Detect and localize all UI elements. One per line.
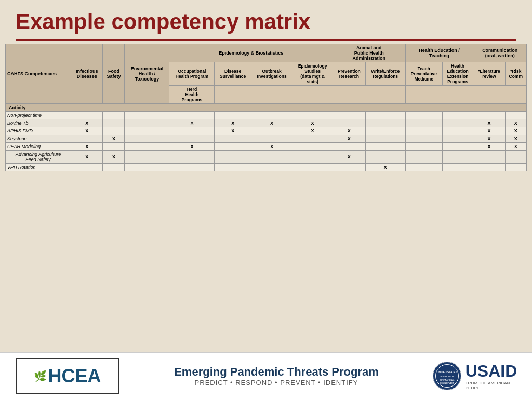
table-row: Advancing AgricultureFeed Safety X X X [6, 151, 527, 164]
svg-text:INTERNATIONAL: INTERNATIONAL [440, 379, 455, 381]
cell [292, 135, 333, 143]
cell: X [215, 127, 251, 135]
program-subtitle: PREDICT • RESPOND • PREVENT • IDENTIFY [130, 379, 423, 387]
col-herd-health: HerdHealthPrograms [169, 86, 215, 104]
cell [332, 119, 365, 127]
table-row: CEAH Modeling X X X X X [6, 143, 527, 151]
cell [251, 127, 292, 135]
page: Example competency matrix CAHFS Competen… [0, 0, 532, 399]
cell [442, 127, 473, 135]
cell [332, 112, 365, 119]
cell [405, 112, 442, 119]
cell [365, 119, 405, 127]
cell [292, 112, 333, 119]
svg-text:DEVELOPMENT: DEVELOPMENT [440, 382, 455, 384]
table-row: Keystone X X X X [6, 135, 527, 143]
cell: X [292, 127, 333, 135]
usaid-seal-icon: UNITED STATES AGENCY FOR INTERNATIONAL D… [433, 362, 461, 390]
cell [505, 112, 526, 119]
col-outbreak-header: OutbreakInvestigations [251, 62, 292, 86]
cell: X [71, 151, 103, 164]
cell [365, 143, 405, 151]
cell: X [505, 135, 526, 143]
activity-name: APHIS FMD [6, 127, 71, 135]
cell [405, 143, 442, 151]
cell [473, 164, 505, 171]
usaid-logo: UNITED STATES AGENCY FOR INTERNATIONAL D… [433, 358, 516, 394]
cell [251, 135, 292, 143]
cell [125, 127, 169, 135]
activity-name: Advancing AgricultureFeed Safety [6, 151, 71, 164]
col-health-ext-header: HealthEducationExtensionPrograms [442, 62, 473, 86]
cell [169, 127, 215, 135]
footer: 🌿 HCEA Emerging Pandemic Threats Program… [0, 352, 532, 399]
table-row: Non-project time [6, 112, 527, 119]
cell: X [251, 143, 292, 151]
cell [505, 164, 526, 171]
cell [125, 112, 169, 119]
cell: X [251, 119, 292, 127]
table-row: VPH Rotation X [6, 164, 527, 171]
col-lit-review-header: *Literaturereview [473, 62, 505, 86]
activity-name: Non-project time [6, 112, 71, 119]
col-healthedu-header: Health Education /Teaching [405, 44, 473, 62]
cell [405, 119, 442, 127]
table-row: Bovine Tb X X X X X X X [6, 119, 527, 127]
cell [251, 151, 292, 164]
cell [442, 119, 473, 127]
col-teach-prev-header: TeachPreventativeMedicine [405, 62, 442, 86]
activity-name: VPH Rotation [6, 164, 71, 171]
cell [215, 151, 251, 164]
hcea-brand: HCEA [48, 365, 101, 387]
cell [332, 143, 365, 151]
usaid-text: USAID FROM THE AMERICAN PEOPLE [466, 362, 517, 390]
cell [71, 112, 103, 119]
hcea-leaf-icon: 🌿 [34, 370, 47, 382]
title-area: Example competency matrix [0, 0, 532, 39]
cell [292, 151, 333, 164]
col-disease-surv-header: DiseaseSurveillance [215, 62, 251, 86]
cell [405, 151, 442, 164]
cell [332, 164, 365, 171]
cell: X [71, 127, 103, 135]
cell [365, 151, 405, 164]
cell [442, 143, 473, 151]
cell [169, 164, 215, 171]
cell: X [505, 143, 526, 151]
footer-program-info: Emerging Pandemic Threats Program PREDIC… [130, 365, 423, 387]
col-animal-header: Animal andPublic HealthAdministration [332, 44, 405, 62]
col-empty-span2 [332, 86, 405, 104]
cell [103, 119, 125, 127]
cell [365, 127, 405, 135]
cell [505, 151, 526, 164]
hcea-logo: 🌿 HCEA [16, 358, 119, 394]
cell [169, 112, 215, 119]
page-title: Example competency matrix [16, 9, 516, 34]
activity-name: CEAH Modeling [6, 143, 71, 151]
col-empty-span3 [405, 86, 473, 104]
cell: X [103, 151, 125, 164]
competency-table: CAHFS Competencies InfectiousDiseases Fo… [5, 44, 527, 171]
cell [442, 151, 473, 164]
cell [442, 135, 473, 143]
col-prev-research-header: PreventionResearch [332, 62, 365, 86]
cell [251, 112, 292, 119]
cell [215, 164, 251, 171]
cell [125, 164, 169, 171]
col-empty-span4 [473, 86, 527, 104]
cell [103, 127, 125, 135]
header-row-1: CAHFS Competencies InfectiousDiseases Fo… [6, 44, 527, 62]
cell [103, 164, 125, 171]
cell [125, 119, 169, 127]
col-empty-span [215, 86, 333, 104]
col-write-enforce-header: Write/EnforceRegulations [365, 62, 405, 86]
svg-text:AGENCY FOR: AGENCY FOR [440, 375, 454, 378]
cell: X [71, 119, 103, 127]
cell [71, 164, 103, 171]
cell [125, 151, 169, 164]
cell: X [473, 127, 505, 135]
cell [365, 135, 405, 143]
cell: X [473, 135, 505, 143]
activity-header-row: Activity [6, 104, 527, 112]
cell [442, 164, 473, 171]
